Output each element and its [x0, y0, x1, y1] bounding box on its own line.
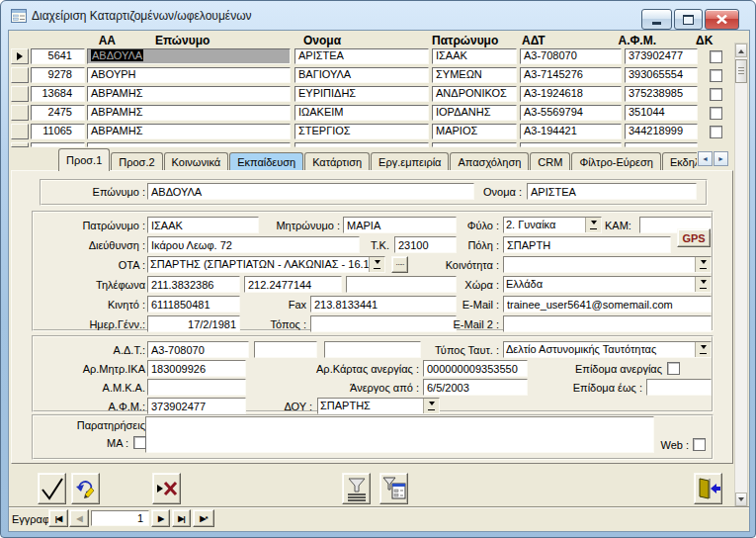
- dropdown-arrow-icon[interactable]: [585, 218, 601, 232]
- dropdown-arrow-icon[interactable]: [369, 257, 384, 272]
- dropdown-arrow-icon[interactable]: [695, 277, 711, 292]
- sex-combo[interactable]: 2. Γυναίκα: [503, 217, 602, 233]
- close-button[interactable]: [705, 9, 739, 30]
- column-header-name[interactable]: Ονομα: [303, 34, 341, 47]
- table-cell-adt[interactable]: Α3-7145276: [520, 67, 622, 83]
- maximize-button[interactable]: [674, 9, 703, 30]
- table-cell-father[interactable]: ΙΣΑΑΚ: [432, 48, 517, 64]
- previous-record-button[interactable]: ◀: [69, 509, 89, 527]
- minimize-button[interactable]: [641, 9, 672, 30]
- next-record-button[interactable]: ▶: [151, 509, 170, 527]
- dk-checkbox[interactable]: [710, 69, 722, 82]
- tab-scroll-left-button[interactable]: ◄: [698, 151, 713, 166]
- table-cell-aa[interactable]: 2475: [31, 105, 85, 121]
- unemployed-since-input[interactable]: [423, 379, 528, 396]
- vertical-scrollbar[interactable]: [734, 43, 748, 507]
- filter-by-form-button[interactable]: [379, 473, 408, 504]
- table-cell-name[interactable]: ΑΡΙΣΤΕΑ: [294, 48, 429, 64]
- column-header-afm[interactable]: Α.Φ.Μ.: [614, 34, 656, 47]
- adt-input3[interactable]: [324, 341, 421, 358]
- country-combo[interactable]: Ελλάδα: [503, 276, 712, 293]
- row-selector[interactable]: [11, 67, 29, 83]
- doy-combo[interactable]: ΣΠΑΡΤΗΣ: [317, 398, 440, 414]
- table-cell-surname[interactable]: ΑΒΡΑΜΗΣ: [87, 105, 291, 121]
- phone1-input[interactable]: [147, 276, 240, 293]
- unemployment-card-input[interactable]: [423, 360, 528, 377]
- afm-input[interactable]: [147, 398, 246, 414]
- record-number-input[interactable]: 1: [91, 510, 149, 526]
- notes-input[interactable]: [145, 416, 654, 453]
- scroll-down-button[interactable]: [735, 493, 747, 506]
- column-header-aa[interactable]: AA: [78, 34, 116, 47]
- ika-input[interactable]: [147, 360, 246, 377]
- dk-checkbox[interactable]: [710, 88, 722, 101]
- dropdown-arrow-icon[interactable]: [695, 342, 711, 357]
- email-input[interactable]: [503, 296, 712, 313]
- id-type-combo[interactable]: Δελτίο Αστυνομικής Ταυτότητας: [503, 341, 712, 358]
- exit-button[interactable]: [694, 473, 722, 504]
- tab-katartisi[interactable]: Κατάρτιση: [304, 152, 370, 171]
- tab-pros2[interactable]: Προσ.2: [111, 152, 162, 171]
- email2-input[interactable]: [503, 315, 712, 332]
- scrollbar-thumb[interactable]: [735, 59, 747, 83]
- last-record-button[interactable]: ▶|: [172, 509, 191, 527]
- table-cell-name[interactable]: ΒΑΓΙΟΥΛΑ: [294, 67, 429, 83]
- dropdown-arrow-icon[interactable]: [423, 399, 439, 413]
- new-record-button[interactable]: ▶*: [193, 509, 214, 527]
- column-header-surname[interactable]: Επώνυμο: [155, 34, 210, 47]
- table-cell-afm[interactable]: 351044: [625, 105, 698, 121]
- dk-checkbox[interactable]: [710, 126, 722, 138]
- table-cell-aa[interactable]: 11065: [31, 124, 85, 139]
- ota-more-button[interactable]: ·····: [391, 256, 408, 273]
- address-input[interactable]: [147, 236, 360, 253]
- tab-ekpaideusi[interactable]: Εκπαίδευση: [229, 152, 303, 171]
- tab-filtro-euresi[interactable]: Φίλτρο-Εύρεση: [571, 152, 661, 171]
- table-cell-afm[interactable]: 375238985: [625, 86, 698, 102]
- tab-scroll-right-button[interactable]: ►: [714, 151, 728, 166]
- scroll-up-button[interactable]: [735, 44, 747, 57]
- first-record-button[interactable]: |◀: [48, 509, 68, 527]
- father-input[interactable]: [147, 217, 259, 233]
- community-combo[interactable]: [503, 256, 712, 273]
- table-cell-name[interactable]: ΣΤΕΡΓΙΟΣ: [294, 124, 429, 139]
- tab-ekdiloseis[interactable]: Εκδηλώσεις: [662, 152, 697, 171]
- row-selector[interactable]: [11, 124, 29, 139]
- table-cell-surname[interactable]: ΑΒΟΥΡΗ: [87, 67, 291, 83]
- table-cell-father[interactable]: ΜΑΡΙΟΣ: [432, 124, 517, 139]
- confirm-button[interactable]: [38, 473, 66, 504]
- table-cell-adt[interactable]: Α3-708070: [520, 48, 622, 64]
- adt-input[interactable]: [147, 341, 249, 358]
- column-header-father[interactable]: Πατρώνυμο: [432, 34, 498, 47]
- tab-koinonika[interactable]: Κοινωνικά: [164, 152, 229, 171]
- row-selector[interactable]: [11, 48, 29, 64]
- web-checkbox[interactable]: [693, 438, 706, 451]
- table-cell-father[interactable]: ΙΟΡΔΑΝΗΣ: [432, 105, 517, 121]
- mobile-input[interactable]: [147, 296, 240, 313]
- gps-button[interactable]: GPS: [677, 228, 711, 247]
- table-cell-name[interactable]: ΕΥΡΙΠΙΔΗΣ: [294, 86, 429, 102]
- table-cell-afm[interactable]: 344218999: [625, 124, 698, 139]
- ota-combo[interactable]: ΣΠΑΡΤΗΣ (ΣΠΑΡΤΙΑΤΩΝ - ΛΑΚΩΝΙΑΣ - 16.17): [147, 256, 385, 273]
- column-header-adt[interactable]: ΑΔΤ: [522, 34, 546, 47]
- birth-date-input[interactable]: [147, 315, 240, 332]
- phone2-input[interactable]: [244, 276, 342, 293]
- tab-ergempeiria[interactable]: Εργ.εμπειρία: [371, 152, 449, 171]
- table-cell-afm[interactable]: 373902477: [625, 48, 698, 64]
- ma-checkbox[interactable]: [133, 436, 146, 449]
- dk-checkbox[interactable]: [710, 50, 722, 63]
- row-selector[interactable]: [11, 86, 29, 102]
- table-cell-father[interactable]: ΑΝΔΡΟΝΙΚΟΣ: [432, 86, 517, 102]
- table-cell-adt[interactable]: Α3-5569794: [520, 105, 622, 121]
- row-selector[interactable]: [11, 105, 29, 121]
- filter-button[interactable]: [342, 473, 371, 504]
- city-input[interactable]: [503, 236, 671, 253]
- benefit-until-input[interactable]: [646, 379, 712, 396]
- unemployment-benefit-checkbox[interactable]: [667, 362, 680, 375]
- tab-apasxolisi[interactable]: Απασχόληση: [450, 152, 529, 171]
- table-cell-aa[interactable]: 13684: [31, 86, 85, 102]
- table-cell-aa[interactable]: 9278: [31, 67, 85, 83]
- table-cell-surname[interactable]: ΑΒΔΟΥΛΑ: [87, 48, 291, 64]
- table-cell-father[interactable]: ΣΥΜΕΩΝ: [432, 67, 517, 83]
- table-cell-surname[interactable]: ΑΒΡΑΜΗΣ: [87, 86, 291, 102]
- adt-input2[interactable]: [254, 341, 317, 358]
